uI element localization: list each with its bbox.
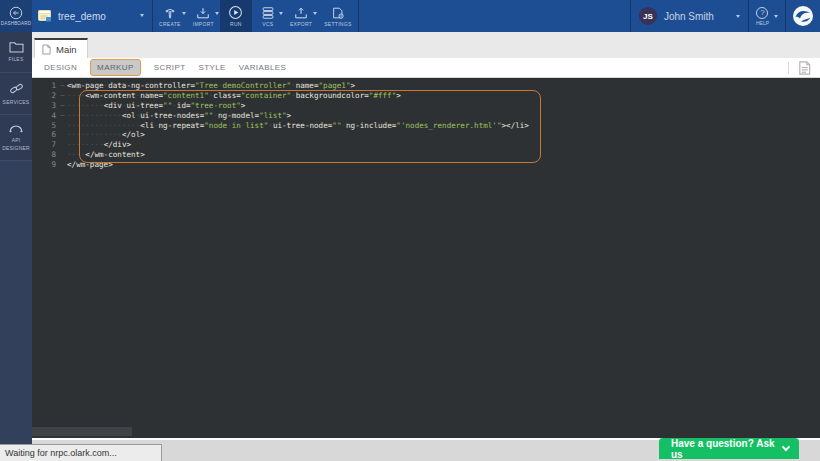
project-name: tree_demo bbox=[58, 11, 106, 22]
navbar-spacer bbox=[359, 0, 630, 32]
nav-item-label: CREATE bbox=[159, 21, 181, 27]
line-number: 2 bbox=[32, 91, 58, 101]
project-caret-icon bbox=[140, 14, 144, 17]
format-document-icon[interactable] bbox=[797, 60, 812, 76]
chat-widget-button[interactable]: Have a question? Ask us bbox=[659, 438, 799, 459]
line-number: 7 bbox=[32, 140, 58, 150]
fold-marker-icon[interactable]: – bbox=[58, 91, 67, 101]
nav-item-import[interactable]: IMPORT bbox=[187, 0, 220, 32]
tab-main-page[interactable]: Main bbox=[34, 38, 88, 58]
user-name: John Smith bbox=[664, 11, 714, 22]
nav-item-create[interactable]: CREATE bbox=[153, 0, 187, 32]
code-text: ········<div·ui-tree=""·id="tree-root"> bbox=[67, 101, 245, 111]
dashboard-button[interactable]: DASHBOARD bbox=[0, 0, 32, 32]
markup-code-editor[interactable]: 1–<wm-page·data-ng-controller="Tree·demo… bbox=[32, 78, 820, 438]
sidebar-item-label: API DESIGNER bbox=[1, 137, 31, 152]
sidebar-item-services[interactable]: SERVICES bbox=[0, 73, 32, 116]
tab-script[interactable]: SCRIPT bbox=[154, 63, 186, 72]
code-text: ········</div> bbox=[67, 140, 131, 150]
help-caret-icon bbox=[774, 15, 778, 18]
sidebar-item-label: SERVICES bbox=[3, 99, 30, 107]
chat-label: Have a question? Ask us bbox=[671, 438, 783, 460]
code-text: ····</wm-content> bbox=[67, 150, 145, 160]
code-line[interactable]: 2–····<wm-content·name="content1"·class=… bbox=[32, 91, 529, 101]
nav-item-label: SETTINGS bbox=[324, 21, 351, 27]
tab-design[interactable]: DESIGN bbox=[44, 63, 77, 72]
settings-doc-icon bbox=[331, 6, 345, 20]
code-text: ············</ol> bbox=[67, 130, 145, 140]
code-line[interactable]: 6············</ol> bbox=[32, 130, 529, 140]
code-text: ············<ol·ui-tree-nodes=""·ng-mode… bbox=[67, 111, 291, 121]
tab-style[interactable]: STYLE bbox=[198, 63, 225, 72]
line-number: 6 bbox=[32, 130, 58, 140]
tab-label: Main bbox=[56, 44, 77, 55]
editor-mode-tabs: DESIGN MARKUP SCRIPT STYLE VARIABLES bbox=[32, 58, 820, 78]
navbar-right: JS John Smith ? HELP bbox=[630, 0, 820, 32]
line-number: 9 bbox=[32, 160, 58, 170]
line-number: 1 bbox=[32, 81, 58, 91]
user-menu[interactable]: JS John Smith bbox=[630, 0, 748, 32]
nav-item-run[interactable]: RUN bbox=[220, 0, 252, 32]
export-tray-icon bbox=[294, 6, 308, 20]
export-caret-icon bbox=[313, 12, 317, 15]
nav-item-vcs[interactable]: VCS bbox=[252, 0, 284, 32]
page-icon bbox=[42, 44, 51, 55]
hammer-icon bbox=[163, 6, 177, 20]
line-number: 5 bbox=[32, 121, 58, 131]
code-line[interactable]: 1–<wm-page·data-ng-controller="Tree·demo… bbox=[32, 81, 529, 91]
arc-icon bbox=[8, 123, 24, 134]
brand-logo[interactable] bbox=[786, 0, 820, 32]
browser-status-text: Waiting for nrpc.olark.com... bbox=[0, 444, 162, 461]
import-caret-icon bbox=[215, 12, 219, 15]
nav-item-export[interactable]: EXPORT bbox=[284, 0, 318, 32]
tab-variables[interactable]: VARIABLES bbox=[239, 63, 286, 72]
fold-marker-icon[interactable]: – bbox=[58, 81, 67, 91]
sidebar-item-api-designer[interactable]: API DESIGNER bbox=[0, 115, 32, 161]
help-icon: ? bbox=[756, 7, 768, 19]
fold-marker-icon[interactable]: – bbox=[58, 101, 67, 111]
link-icon bbox=[9, 81, 24, 96]
nav-item-label: IMPORT bbox=[193, 21, 214, 27]
code-line[interactable]: 8····</wm-content> bbox=[32, 150, 529, 160]
help-label: HELP bbox=[756, 20, 769, 26]
code-line[interactable]: 3–········<div·ui-tree=""·id="tree-root"… bbox=[32, 101, 529, 111]
line-number: 8 bbox=[32, 150, 58, 160]
fold-marker-icon[interactable]: – bbox=[58, 111, 67, 121]
navbar-menu: CREATE IMPORT RUN bbox=[152, 0, 359, 32]
sidebar-item-files[interactable]: FILES bbox=[0, 32, 32, 73]
code-line[interactable]: 5················<li·ng-repeat="node·in·… bbox=[32, 121, 529, 131]
project-switcher[interactable]: tree_demo bbox=[32, 0, 152, 32]
code-text: ····<wm-content·name="content1"·class="c… bbox=[67, 91, 401, 101]
code-lines: 1–<wm-page·data-ng-controller="Tree·demo… bbox=[32, 81, 529, 170]
nav-item-settings[interactable]: SETTINGS bbox=[318, 0, 357, 32]
top-navbar: DASHBOARD tree_demo CREATE bbox=[0, 0, 820, 32]
line-number: 4 bbox=[32, 111, 58, 121]
nav-item-label: VCS bbox=[262, 21, 273, 27]
help-box: ? HELP bbox=[756, 7, 769, 26]
line-number: 3 bbox=[32, 101, 58, 111]
back-arrow-circle-icon bbox=[9, 6, 23, 20]
import-tray-icon bbox=[196, 6, 210, 20]
user-caret-icon bbox=[736, 15, 740, 18]
code-line[interactable]: 4–············<ol·ui-tree-nodes=""·ng-mo… bbox=[32, 111, 529, 121]
create-caret-icon bbox=[182, 12, 186, 15]
code-line[interactable]: 9</wm-page> bbox=[32, 160, 529, 170]
work-area: Main DESIGN MARKUP SCRIPT STYLE VARIABLE… bbox=[32, 32, 820, 438]
avatar: JS bbox=[639, 7, 657, 25]
dashboard-label: DASHBOARD bbox=[1, 21, 31, 26]
code-text: ················<li·ng-repeat="node·in·l… bbox=[67, 121, 529, 131]
tab-markup[interactable]: MARKUP bbox=[90, 59, 141, 76]
stack-icon bbox=[261, 6, 275, 20]
horizontal-scrollbar-thumb[interactable] bbox=[32, 427, 132, 436]
project-icon bbox=[38, 10, 52, 22]
nav-item-label: EXPORT bbox=[290, 21, 312, 27]
page-tab-bar: Main bbox=[32, 38, 820, 58]
help-menu[interactable]: ? HELP bbox=[748, 0, 786, 32]
sidebar-item-label: FILES bbox=[9, 56, 24, 64]
status-text: Waiting for nrpc.olark.com... bbox=[5, 448, 117, 458]
code-text: </wm-page> bbox=[67, 160, 113, 170]
wavemaker-logo-icon bbox=[792, 5, 814, 27]
left-sidebar: FILES SERVICES API DESIGNER bbox=[0, 32, 32, 444]
play-circle-icon bbox=[228, 5, 243, 20]
code-line[interactable]: 7········</div> bbox=[32, 140, 529, 150]
